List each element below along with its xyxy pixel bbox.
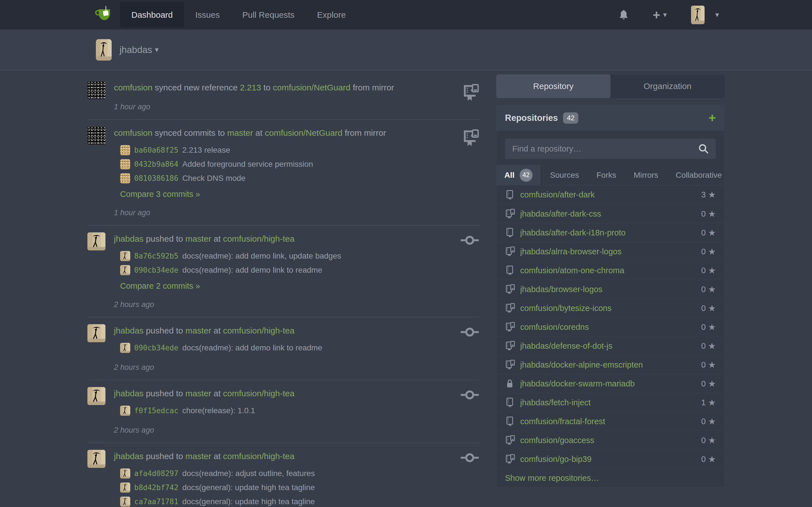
plus-icon: + [653, 8, 660, 21]
actor-avatar[interactable] [87, 324, 105, 342]
commit-hash-link[interactable]: f0f15edcac [134, 406, 179, 415]
event-link[interactable]: jhabdas [114, 234, 144, 243]
repo-link[interactable]: jhabdas/after-dark-i18n-proto [520, 228, 701, 237]
commit-list: afa4d08297docs(readme): adjust outline, … [120, 468, 452, 507]
context-caret-icon[interactable]: ▾ [155, 45, 159, 54]
repo-link[interactable]: jhabdas/browser-logos [520, 285, 701, 294]
repo-link[interactable]: comfusion/coredns [520, 323, 701, 332]
commit-hash-link[interactable]: 090cb34ede [134, 344, 179, 352]
gitea-logo[interactable] [93, 4, 115, 26]
commit-list: ba60a68f252.213 release0432b9a864Added f… [120, 145, 453, 184]
notifications-bell-icon[interactable] [619, 9, 628, 20]
umbrella-man-avatar-image [120, 343, 130, 353]
event-link[interactable]: master [186, 326, 211, 335]
event-link[interactable]: comfusion [114, 83, 153, 92]
nav-item-dashboard[interactable]: Dashboard [120, 2, 184, 27]
repo-icon [505, 416, 516, 427]
repo-link[interactable]: comfusion/go-bip39 [520, 455, 701, 464]
filter-forks[interactable]: Forks [597, 171, 616, 180]
tab-organization[interactable]: Organization [610, 74, 725, 98]
nav-item-issues[interactable]: Issues [184, 2, 231, 27]
repo-star-count: 0★ [701, 341, 716, 351]
repo-link[interactable]: comfusion/after-dark [520, 190, 701, 200]
commit-hash-link[interactable]: 090cb34ede [134, 266, 179, 274]
compare-commits-link[interactable]: Compare 2 commits » [120, 281, 200, 291]
actor-avatar[interactable] [87, 387, 105, 405]
event-link[interactable]: comfusion/high-tea [223, 234, 294, 243]
event-link[interactable]: 2.213 [240, 83, 261, 92]
sidebar-tabs: RepositoryOrganization [496, 74, 725, 98]
committer-avatar [120, 159, 130, 169]
event-link[interactable]: comfusion [114, 128, 153, 137]
filter-all[interactable]: All42 [497, 165, 541, 185]
repo-row: comfusion/atom-one-chroma0★ [497, 261, 724, 280]
filter-sources[interactable]: Sources [550, 171, 579, 180]
event-text: at [211, 326, 223, 335]
filter-label: Mirrors [634, 171, 658, 179]
repo-search-input[interactable] [505, 138, 716, 159]
event-link[interactable]: master [186, 389, 211, 398]
new-repository-button[interactable]: + [709, 112, 716, 124]
actor-avatar[interactable] [87, 232, 105, 250]
event-link[interactable]: master [186, 452, 211, 461]
nav-item-pull-requests[interactable]: Pull Requests [231, 2, 306, 27]
commit-hash-link[interactable]: ca7aa71781 [134, 497, 179, 506]
fork-icon [505, 246, 516, 257]
repo-list: comfusion/after-dark3★jhabdas/after-dark… [497, 185, 724, 468]
commit-row: ca7aa71781docs(general): update high tea… [120, 496, 452, 507]
repo-link[interactable]: comfusion/goaccess [520, 436, 701, 445]
repo-icon [505, 190, 516, 200]
repo-star-count: 0★ [701, 284, 716, 295]
context-username[interactable]: jhabdas [119, 45, 152, 55]
repo-link[interactable]: comfusion/atom-one-chroma [520, 266, 701, 275]
event-link[interactable]: master [227, 128, 253, 137]
user-menu-caret-icon[interactable]: ▾ [715, 10, 719, 19]
actor-avatar[interactable] [87, 126, 105, 145]
commit-hash-link[interactable]: 0432b9a864 [134, 160, 179, 168]
repo-link[interactable]: jhabdas/alrra-browser-logos [520, 247, 701, 256]
repo-link[interactable]: comfusion/bytesize-icons [520, 304, 701, 313]
repo-link[interactable]: jhabdas/docker-alpine-emscripten [520, 360, 701, 370]
filter-collaborative[interactable]: Collaborative [676, 171, 722, 180]
event-link[interactable]: master [186, 234, 211, 243]
create-new-button[interactable]: + ▾ [653, 8, 667, 21]
commit-hash-link[interactable]: b8d42bf742 [134, 483, 179, 492]
user-avatar[interactable] [691, 6, 705, 24]
event-link[interactable]: comfusion/high-tea [223, 389, 294, 398]
filter-label: All [504, 171, 515, 180]
event-link[interactable]: jhabdas [114, 389, 144, 398]
actor-avatar[interactable] [87, 81, 105, 99]
commit-hash-link[interactable]: ba60a68f25 [134, 146, 179, 154]
filter-mirrors[interactable]: Mirrors [634, 171, 658, 180]
compare-commits-link[interactable]: Compare 3 commits » [120, 189, 200, 199]
repo-link[interactable]: jhabdas/defense-of-dot-js [520, 341, 701, 351]
context-avatar[interactable] [96, 39, 112, 61]
event-text: from mirror [342, 128, 386, 137]
event-link[interactable]: comfusion/high-tea [223, 452, 294, 461]
event-link[interactable]: comfusion/NetGuard [265, 128, 342, 137]
search-icon [698, 143, 709, 156]
committer-avatar [120, 251, 130, 261]
commit-hash-link[interactable]: 8a76c592b5 [134, 252, 179, 260]
nav-item-explore[interactable]: Explore [306, 2, 357, 27]
show-more-repositories-link[interactable]: Show more repositories… [497, 468, 724, 488]
event-link[interactable]: jhabdas [114, 326, 144, 335]
commit-message: 2.213 release [183, 146, 231, 155]
repo-link[interactable]: jhabdas/after-dark-css [520, 209, 701, 219]
repo-star-count: 0★ [701, 209, 716, 219]
star-icon: ★ [708, 416, 716, 427]
repo-link[interactable]: jhabdas/docker-swarm-mariadb [520, 379, 701, 388]
repo-link[interactable]: comfusion/fractal-forest [520, 417, 701, 426]
commit-hash-link[interactable]: 0810386186 [134, 174, 179, 182]
actor-avatar[interactable] [87, 450, 105, 468]
event-link[interactable]: comfusion/high-tea [223, 326, 294, 335]
event-link[interactable]: jhabdas [114, 452, 144, 461]
filter-label: Sources [550, 171, 579, 179]
umbrella-man-avatar-image [96, 39, 112, 61]
event-link[interactable]: comfusion/NetGuard [273, 83, 350, 92]
tab-repository[interactable]: Repository [496, 74, 610, 98]
repo-link[interactable]: jhabdas/fetch-inject [520, 398, 701, 407]
repo-icon [505, 265, 516, 276]
commit-hash-link[interactable]: afa4d08297 [134, 469, 179, 478]
committer-avatar [120, 265, 130, 275]
